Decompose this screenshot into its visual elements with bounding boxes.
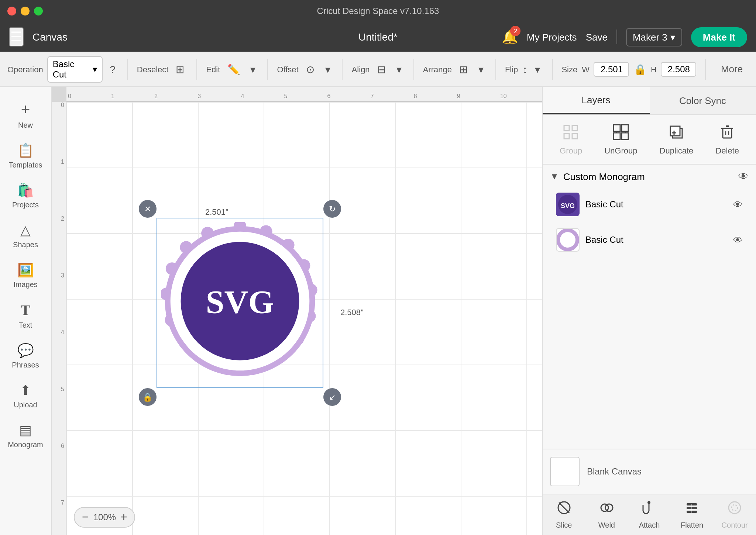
save-button[interactable]: Save: [586, 31, 608, 42]
offset-button[interactable]: ⊙: [303, 60, 318, 78]
svg-design[interactable]: SVG: [161, 222, 319, 380]
group-visibility-icon[interactable]: 👁: [738, 170, 749, 182]
maker-chevron-icon: ▾: [670, 31, 676, 42]
maximize-button[interactable]: [34, 7, 43, 15]
svg-rect-22: [573, 125, 578, 131]
handle-resize[interactable]: ↙: [323, 388, 341, 406]
notification-badge: 2: [511, 26, 521, 36]
sidebar-item-shapes[interactable]: △ Shapes: [3, 216, 48, 255]
upload-icon: ⬆: [20, 382, 31, 398]
duplicate-icon: [668, 124, 684, 144]
svg-rect-28: [622, 133, 628, 139]
flip-button[interactable]: ↕: [519, 60, 530, 78]
handle-close[interactable]: ✕: [139, 200, 157, 218]
sidebar-item-upload[interactable]: ⬆ Upload: [3, 376, 48, 415]
ruler-tick: 1: [110, 93, 153, 100]
height-label: H: [651, 65, 657, 73]
contour-tool[interactable]: Contour: [713, 494, 756, 535]
layer-item-1[interactable]: SVG Basic Cut 👁: [550, 188, 749, 221]
size-label: Size: [561, 65, 577, 73]
delete-tool[interactable]: Delete: [709, 121, 745, 158]
nav-divider: [616, 30, 617, 44]
window-controls[interactable]: [7, 7, 43, 15]
more-button[interactable]: More: [715, 61, 749, 77]
zoom-out-button[interactable]: −: [82, 511, 89, 524]
toolbar-divider-7: [552, 59, 553, 79]
projects-icon: 🛍️: [17, 182, 34, 199]
notification-bell[interactable]: 🔔 2: [502, 29, 518, 45]
nav-right: 🔔 2 My Projects Save Maker 3 ▾ Make It: [502, 27, 747, 47]
edit-dropdown[interactable]: ▾: [247, 60, 258, 78]
app-title: Cricut Design Space v7.10.163: [317, 6, 439, 16]
close-button[interactable]: [7, 7, 16, 15]
flatten-tool[interactable]: Flatten: [671, 494, 714, 535]
svg-rect-23: [564, 134, 570, 139]
design-group[interactable]: ✕ ↻ 🔒 ↙: [148, 209, 332, 397]
slice-tool[interactable]: Slice: [543, 494, 585, 535]
sidebar-item-new[interactable]: ＋ New: [3, 93, 48, 135]
handle-lock[interactable]: 🔒: [139, 388, 157, 406]
phrases-icon: 💬: [17, 342, 34, 359]
blank-canvas-label: Blank Canvas: [587, 466, 642, 477]
align-button[interactable]: ⊟: [374, 60, 389, 78]
svg-rect-27: [614, 133, 620, 139]
tab-layers[interactable]: Layers: [543, 87, 649, 114]
height-input[interactable]: [661, 62, 697, 76]
align-label: Align: [352, 65, 370, 73]
zoom-in-button[interactable]: +: [120, 511, 127, 524]
operation-help-button[interactable]: ?: [107, 60, 118, 78]
ruler-horizontal: 0 1 2 3 4 5 6 7 8 9 10: [66, 87, 542, 102]
weld-tool[interactable]: Weld: [585, 494, 628, 535]
ruler-tick: 1: [61, 159, 64, 165]
group-header[interactable]: ▼ Custom Monogram 👁: [550, 170, 749, 182]
sidebar-item-images[interactable]: 🖼️ Images: [3, 256, 48, 294]
flip-dropdown[interactable]: ▾: [532, 60, 543, 78]
deselect-group: Deselect ⊞: [137, 60, 188, 78]
toolbar: Operation Basic Cut ▾ ? Deselect ⊞ Edit …: [0, 52, 756, 87]
attach-tool[interactable]: Attach: [628, 494, 671, 535]
hamburger-menu[interactable]: ☰: [9, 27, 24, 46]
minimize-button[interactable]: [21, 7, 30, 15]
monogram-icon: ▤: [19, 422, 32, 438]
deselect-button[interactable]: ⊞: [173, 60, 188, 78]
operation-select[interactable]: Basic Cut ▾: [48, 56, 103, 82]
canvas-area[interactable]: 0 1 2 3 4 5 6 7 8 9 10 0 1 2 3 4 5 6 7: [52, 87, 542, 535]
maker-selector[interactable]: Maker 3 ▾: [626, 28, 682, 46]
sidebar-item-templates[interactable]: 📋 Templates: [3, 137, 48, 175]
make-it-button[interactable]: Make It: [691, 27, 747, 47]
flip-label: Flip: [505, 65, 518, 73]
handle-rotate[interactable]: ↻: [323, 200, 341, 218]
sidebar-item-label: Text: [19, 321, 32, 329]
layer-item-2[interactable]: Basic Cut 👁: [550, 224, 749, 256]
group-label: Group: [560, 146, 582, 155]
sidebar-item-label: New: [18, 121, 33, 129]
contour-label: Contour: [722, 521, 748, 529]
sidebar-item-label: Phrases: [12, 361, 39, 369]
layer-thumbnail-2: [556, 228, 580, 252]
layer-visibility-icon-2[interactable]: 👁: [733, 234, 743, 245]
ruler-tick: 5: [282, 93, 326, 100]
align-dropdown[interactable]: ▾: [394, 60, 405, 78]
sidebar-item-phrases[interactable]: 💬 Phrases: [3, 336, 48, 375]
sidebar-item-text[interactable]: T Text: [3, 296, 48, 335]
sidebar-item-label: Upload: [14, 401, 37, 409]
ungroup-tool[interactable]: UnGroup: [598, 121, 643, 158]
offset-dropdown[interactable]: ▾: [322, 60, 333, 78]
my-projects-button[interactable]: My Projects: [527, 31, 577, 42]
edit-button[interactable]: ✏️: [224, 60, 243, 78]
arrange-dropdown[interactable]: ▾: [475, 60, 487, 78]
blank-canvas-area[interactable]: Blank Canvas: [543, 449, 756, 494]
ruler-tick: 7: [61, 500, 64, 506]
duplicate-tool[interactable]: Duplicate: [654, 121, 700, 158]
sidebar-item-monogram[interactable]: ▤ Monogram: [3, 416, 48, 455]
lock-icon[interactable]: 🔒: [634, 63, 646, 75]
sidebar-item-projects[interactable]: 🛍️ Projects: [3, 176, 48, 215]
arrange-button[interactable]: ⊞: [456, 60, 471, 78]
tab-color-sync[interactable]: Color Sync: [649, 87, 756, 114]
ruler-tick: 5: [61, 386, 64, 393]
ungroup-label: UnGroup: [604, 146, 637, 155]
layer-visibility-icon-1[interactable]: 👁: [733, 199, 743, 210]
width-input[interactable]: [594, 62, 629, 76]
group-tool[interactable]: Group: [554, 121, 588, 158]
svg-rect-32: [670, 126, 680, 136]
